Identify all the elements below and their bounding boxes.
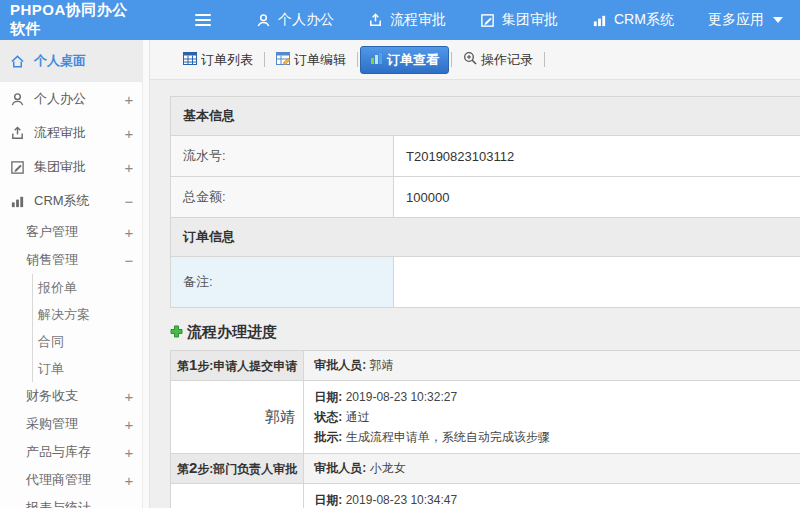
step-label: 第2步:部门负责人审批 xyxy=(171,454,304,484)
nav-label: 流程审批 xyxy=(390,11,446,29)
order-detail-table: 基本信息 流水号: T20190823103112 总金额: 100000 订单… xyxy=(170,96,800,308)
collapse-icon[interactable]: − xyxy=(116,193,142,210)
nav-personal-office[interactable]: 个人办公 xyxy=(239,0,351,40)
nav-crm[interactable]: CRM系统 xyxy=(575,0,691,40)
expand-icon[interactable]: + xyxy=(116,91,142,108)
sidebar-item-label: 合同 xyxy=(38,333,142,351)
nav-workflow-approval[interactable]: 流程审批 xyxy=(351,0,463,40)
tab-label: 订单查看 xyxy=(387,51,439,69)
sidebar-item-sales-mgmt[interactable]: 销售管理 − xyxy=(0,246,142,274)
tab-order-edit[interactable]: 订单编辑 xyxy=(267,47,355,73)
detail-date: 日期: 2019-08-23 10:34:47 xyxy=(314,490,800,508)
sidebar-item-label: 产品与库存 xyxy=(26,443,116,461)
tab-order-list[interactable]: 订单列表 xyxy=(174,47,262,73)
approver-cell: 审批人员: 郭靖 xyxy=(304,351,800,381)
sidebar-item-label: 采购管理 xyxy=(26,415,116,433)
expand-icon[interactable]: + xyxy=(116,159,142,176)
expand-icon[interactable]: + xyxy=(116,444,142,461)
table-row: 总金额: 100000 xyxy=(171,177,800,218)
sidebar-item-label: 报表与统计 xyxy=(26,499,116,508)
sidebar: 个人桌面 个人办公 + 流程审批 + 集团审批 + xyxy=(0,40,143,508)
step-detail-cell: 日期: 2019-08-23 10:32:27 状态: 通过 批示: 生成流程申… xyxy=(304,381,800,454)
workflow-icon xyxy=(368,13,383,28)
add-plus-icon xyxy=(170,324,183,341)
nav-more-apps[interactable]: 更多应用 xyxy=(691,0,800,40)
bar-chart-icon xyxy=(592,13,607,28)
hamburger-menu-icon[interactable] xyxy=(195,14,211,26)
sidebar-item-order[interactable]: 订单 xyxy=(33,355,142,382)
sidebar-item-contract[interactable]: 合同 xyxy=(33,328,142,355)
detail-status: 状态: 通过 xyxy=(314,407,800,427)
sidebar-item-customer-mgmt[interactable]: 客户管理 + xyxy=(0,218,142,246)
expand-icon[interactable]: + xyxy=(116,224,142,241)
workflow-step-detail: 郭靖 日期: 2019-08-23 10:32:27 状态: 通过 批示: 生成… xyxy=(171,381,800,454)
nav-label: 个人办公 xyxy=(278,11,334,29)
sidebar-item-product-inventory[interactable]: 产品与库存 + xyxy=(0,438,142,466)
sidebar-item-personal-office[interactable]: 个人办公 + xyxy=(0,82,142,116)
nav-group-approval[interactable]: 集团审批 xyxy=(463,0,575,40)
tab-separator xyxy=(357,52,358,67)
workflow-step-detail: 小龙女 日期: 2019-08-23 10:34:47 状态: 通过 批示: 通… xyxy=(171,484,800,508)
sales-submenu: 报价单 解决方案 合同 订单 xyxy=(32,274,142,382)
sidebar-item-label: 订单 xyxy=(38,360,142,378)
home-icon xyxy=(9,53,25,69)
workflow-step-header: 第1步:申请人提交申请 审批人员: 郭靖 xyxy=(171,351,800,381)
caret-down-icon xyxy=(773,17,783,23)
nav-label: CRM系统 xyxy=(614,11,674,29)
expand-icon[interactable]: + xyxy=(116,388,142,405)
collapse-icon[interactable]: − xyxy=(116,252,142,269)
sidebar-item-label: 报价单 xyxy=(38,279,142,297)
serial-number-label: 流水号: xyxy=(171,136,394,177)
sidebar-scrollbar[interactable] xyxy=(143,40,150,508)
tab-separator xyxy=(451,52,452,67)
tab-label: 操作记录 xyxy=(481,51,533,69)
sidebar-item-label: 个人桌面 xyxy=(34,52,116,70)
table-edit-icon xyxy=(276,52,290,68)
tab-label: 订单编辑 xyxy=(294,51,346,69)
view-icon xyxy=(370,52,383,68)
sidebar-item-label: CRM系统 xyxy=(34,192,116,210)
sidebar-item-label: 财务收支 xyxy=(26,387,116,405)
sidebar-item-report-stats[interactable]: 报表与统计 xyxy=(0,494,142,508)
sidebar-item-group-approval[interactable]: 集团审批 + xyxy=(0,150,142,184)
sidebar-item-workflow-approval[interactable]: 流程审批 + xyxy=(0,116,142,150)
expand-icon[interactable]: + xyxy=(116,472,142,489)
content-area: 订单列表 订单编辑 订单查看 操作记录 xyxy=(150,40,800,508)
remark-value xyxy=(394,257,800,308)
sidebar-item-crm[interactable]: CRM系统 − xyxy=(0,184,142,218)
tab-bar: 订单列表 订单编辑 订单查看 操作记录 xyxy=(150,40,800,80)
zoom-plus-icon xyxy=(463,51,477,68)
sidebar-item-finance[interactable]: 财务收支 + xyxy=(0,382,142,410)
section-title: 基本信息 xyxy=(171,97,800,136)
remark-label: 备注: xyxy=(171,257,394,308)
sidebar-item-agent-mgmt[interactable]: 代理商管理 + xyxy=(0,466,142,494)
tab-order-view[interactable]: 订单查看 xyxy=(360,46,449,74)
sidebar-item-label: 解决方案 xyxy=(38,306,142,324)
approver-cell: 审批人员: 小龙女 xyxy=(304,454,800,484)
workflow-icon xyxy=(9,125,25,141)
table-icon xyxy=(183,52,197,68)
expand-icon[interactable]: + xyxy=(116,416,142,433)
serial-number-value: T20190823103112 xyxy=(394,136,800,177)
nav-label: 集团审批 xyxy=(502,11,558,29)
nav-label: 更多应用 xyxy=(708,11,764,29)
sidebar-item-purchase[interactable]: 采购管理 + xyxy=(0,410,142,438)
sidebar-item-label: 流程审批 xyxy=(34,124,116,142)
step-label: 第1步:申请人提交申请 xyxy=(171,351,304,381)
tab-label: 订单列表 xyxy=(201,51,253,69)
detail-date: 日期: 2019-08-23 10:32:27 xyxy=(314,387,800,407)
sidebar-item-solution[interactable]: 解决方案 xyxy=(33,301,142,328)
app-title: PHPOA协同办公软件 xyxy=(0,1,143,39)
approver-name: 郭靖 xyxy=(171,381,304,454)
tab-operation-log[interactable]: 操作记录 xyxy=(454,47,542,73)
sidebar-item-desktop[interactable]: 个人桌面 xyxy=(0,40,142,82)
expand-icon[interactable]: + xyxy=(116,125,142,142)
top-bar: PHPOA协同办公软件 个人办公 流程审批 集团审批 CRM系统 xyxy=(0,0,800,40)
table-row: 流水号: T20190823103112 xyxy=(171,136,800,177)
person-icon xyxy=(9,91,25,107)
person-icon xyxy=(256,13,271,28)
basic-info-header: 基本信息 xyxy=(171,97,800,136)
workflow-table: 第1步:申请人提交申请 审批人员: 郭靖 郭靖 日期: 2019-08-23 1… xyxy=(170,350,800,508)
edit-icon xyxy=(9,159,25,175)
sidebar-item-quotation[interactable]: 报价单 xyxy=(33,274,142,301)
